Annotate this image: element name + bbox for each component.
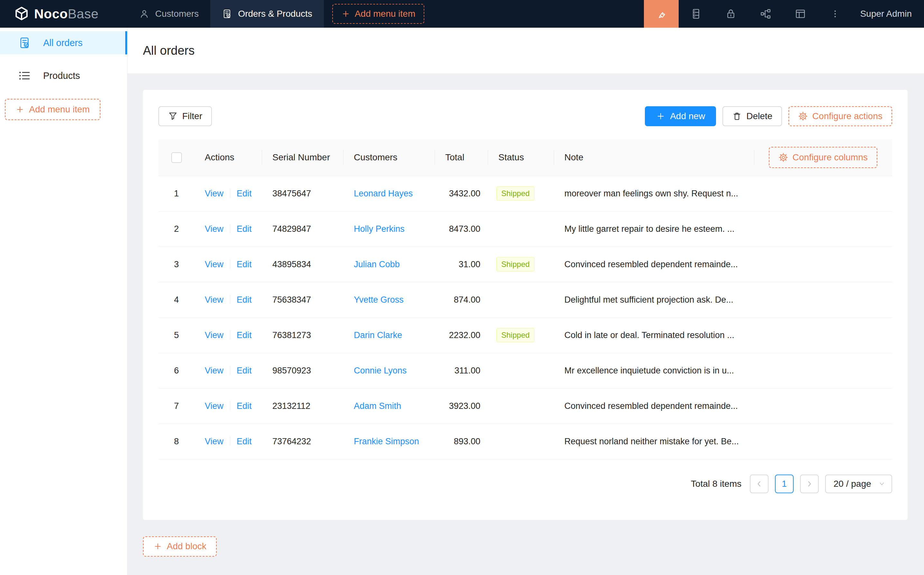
empty-cell xyxy=(754,176,892,211)
row-index: 5 xyxy=(159,318,194,353)
edit-link[interactable]: Edit xyxy=(237,259,252,269)
customer-link[interactable]: Darin Clarke xyxy=(354,330,402,340)
edit-link[interactable]: Edit xyxy=(237,366,252,375)
edit-link[interactable]: Edit xyxy=(237,330,252,340)
total-cell: 3432.00 xyxy=(435,176,488,211)
select-all-checkbox[interactable] xyxy=(171,152,182,163)
status-badge: Shipped xyxy=(497,257,535,272)
edit-link[interactable]: Edit xyxy=(237,437,252,446)
order-clipboard-icon xyxy=(18,37,31,49)
row-index: 3 xyxy=(159,246,194,282)
configure-columns-button[interactable]: Configure columns xyxy=(769,147,877,168)
brand-logo: NocoBase xyxy=(0,0,127,28)
nav-tab-orders-products[interactable]: Orders & Products xyxy=(210,0,324,28)
serial-number-cell: 38475647 xyxy=(262,176,343,211)
nav-add-menu-item-label: Add menu item xyxy=(355,9,415,19)
customer-link[interactable]: Yvette Gross xyxy=(354,295,404,305)
view-link[interactable]: View xyxy=(205,437,224,446)
empty-cell xyxy=(754,388,892,424)
status-badge: Shipped xyxy=(497,328,535,342)
table-row: 2 ViewEdit 74829847 Holly Perkins 8473.0… xyxy=(159,211,892,246)
gear-icon xyxy=(798,111,808,121)
gear-icon xyxy=(778,152,788,162)
configure-actions-button[interactable]: Configure actions xyxy=(789,106,892,126)
list-icon xyxy=(18,69,31,82)
customer-link[interactable]: Leonard Hayes xyxy=(354,189,413,198)
serial-number-cell: 73764232 xyxy=(262,424,343,459)
brand-primary: Noco xyxy=(34,6,68,21)
customer-link[interactable]: Holly Perkins xyxy=(354,224,405,234)
edit-link[interactable]: Edit xyxy=(237,189,252,198)
orders-table: Actions Serial Number Customers Total St… xyxy=(159,140,892,459)
sidebar-item-label: Products xyxy=(43,70,80,81)
plus-icon xyxy=(341,10,350,18)
column-header-actions: Actions xyxy=(194,140,262,176)
edit-link[interactable]: Edit xyxy=(237,224,252,234)
edit-link[interactable]: Edit xyxy=(237,295,252,305)
view-link[interactable]: View xyxy=(205,295,224,305)
row-index: 8 xyxy=(159,424,194,459)
configure-columns-label: Configure columns xyxy=(793,152,868,163)
page-header: All orders xyxy=(127,28,924,73)
nav-tab-label: Customers xyxy=(155,9,198,19)
total-cell: 3923.00 xyxy=(435,388,488,424)
workflow-icon[interactable] xyxy=(748,0,783,28)
table-row: 6 ViewEdit 98570923 Connie Lyons 311.00 … xyxy=(159,353,892,388)
next-page-button[interactable] xyxy=(800,475,819,493)
layout-icon[interactable] xyxy=(783,0,818,28)
edit-link[interactable]: Edit xyxy=(237,401,252,411)
customer-link[interactable]: Frankie Simpson xyxy=(354,437,419,446)
row-index: 4 xyxy=(159,282,194,318)
sidebar-item-products[interactable]: Products xyxy=(0,64,127,87)
serial-number-cell: 74829847 xyxy=(262,211,343,246)
more-kebab-icon[interactable] xyxy=(818,0,853,28)
lock-icon[interactable] xyxy=(713,0,748,28)
page-number-button[interactable]: 1 xyxy=(775,475,794,493)
customer-link[interactable]: Connie Lyons xyxy=(354,366,406,375)
column-header-total: Total xyxy=(435,140,488,176)
top-navbar: NocoBase Customers Orders & Products Add… xyxy=(0,0,924,28)
sidebar-add-menu-item-label: Add menu item xyxy=(29,104,89,114)
order-clipboard-icon xyxy=(222,9,232,19)
note-cell: Mr excellence inquietude conviction is i… xyxy=(554,353,754,388)
total-cell: 893.00 xyxy=(435,424,488,459)
delete-button[interactable]: Delete xyxy=(722,106,782,126)
table-row: 7 ViewEdit 23132112 Adam Smith 3923.00 C… xyxy=(159,388,892,424)
sidebar-item-all-orders[interactable]: All orders xyxy=(0,31,127,54)
row-index: 7 xyxy=(159,388,194,424)
collections-icon[interactable] xyxy=(679,0,713,28)
view-link[interactable]: View xyxy=(205,401,224,411)
note-cell: Cold in late or deal. Terminated resolut… xyxy=(554,318,754,353)
nav-tab-customers[interactable]: Customers xyxy=(127,0,210,28)
add-block-label: Add block xyxy=(167,541,206,551)
filter-button[interactable]: Filter xyxy=(159,106,212,126)
view-link[interactable]: View xyxy=(205,330,224,340)
customer-link[interactable]: Julian Cobb xyxy=(354,259,400,269)
page-size-select[interactable]: 20 / page xyxy=(825,475,892,493)
filter-label: Filter xyxy=(182,111,202,121)
view-link[interactable]: View xyxy=(205,259,224,269)
chevron-right-icon xyxy=(805,480,814,488)
empty-cell xyxy=(754,211,892,246)
serial-number-cell: 76381273 xyxy=(262,318,343,353)
note-cell: Convinced resembled dependent remainde..… xyxy=(554,246,754,282)
row-index: 6 xyxy=(159,353,194,388)
total-cell: 874.00 xyxy=(435,282,488,318)
ui-editor-icon[interactable] xyxy=(644,0,679,28)
empty-cell xyxy=(754,353,892,388)
table-row: 5 ViewEdit 76381273 Darin Clarke 2232.00… xyxy=(159,318,892,353)
empty-cell xyxy=(754,318,892,353)
prev-page-button[interactable] xyxy=(750,475,768,493)
nav-add-menu-item-button[interactable]: Add menu item xyxy=(332,4,424,24)
customer-link[interactable]: Adam Smith xyxy=(354,401,401,411)
add-new-button[interactable]: Add new xyxy=(645,106,716,126)
view-link[interactable]: View xyxy=(205,366,224,375)
row-index: 1 xyxy=(159,176,194,211)
table-row: 8 ViewEdit 73764232 Frankie Simpson 893.… xyxy=(159,424,892,459)
sidebar-add-menu-item-button[interactable]: Add menu item xyxy=(5,99,100,120)
view-link[interactable]: View xyxy=(205,224,224,234)
view-link[interactable]: View xyxy=(205,189,224,198)
user-menu[interactable]: Super Admin xyxy=(853,0,924,28)
add-block-button[interactable]: Add block xyxy=(143,536,217,557)
table-header-row: Actions Serial Number Customers Total St… xyxy=(159,140,892,176)
